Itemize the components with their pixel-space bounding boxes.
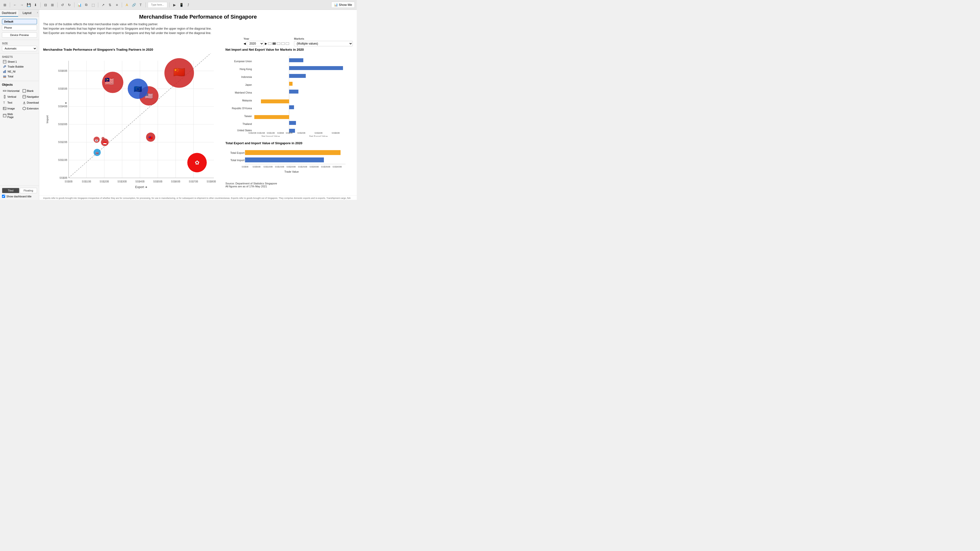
show-title-checkbox[interactable] xyxy=(2,195,5,198)
floating-btn[interactable]: Floating xyxy=(20,188,37,193)
download-icon[interactable]: ⬇ xyxy=(33,2,38,8)
svg-text:Import: Import xyxy=(46,115,49,123)
home-icon[interactable]: ⊞ xyxy=(2,2,8,8)
device-preview-btn[interactable]: Device Preview xyxy=(2,32,37,38)
year-select[interactable]: 2020 xyxy=(247,41,264,46)
annotate-icon[interactable]: T xyxy=(138,2,143,8)
device-section: Default Phone Device Preview xyxy=(0,17,39,40)
sheet-item-sheet1[interactable]: Sheet 1 xyxy=(2,59,37,64)
sheet1-icon xyxy=(3,60,6,64)
svg-text:🇰🇷: 🇰🇷 xyxy=(95,139,98,142)
svg-text:United States: United States xyxy=(237,129,252,132)
tab-dashboard[interactable]: Dashboard xyxy=(0,10,18,17)
forward-icon[interactable]: → xyxy=(19,2,25,8)
disclaimer-text: Imports refer to goods brought into Sing… xyxy=(43,197,353,200)
svg-text:SS$250B: SS$250B xyxy=(298,165,307,168)
svg-text:🇲🇾: 🇲🇾 xyxy=(105,77,114,86)
swap-icon[interactable]: ⇅ xyxy=(107,2,113,8)
show-title-row[interactable]: Show dashboard title xyxy=(2,195,37,198)
show-me-label: Show Me xyxy=(339,3,352,6)
presentation-icon[interactable]: ▶ xyxy=(172,2,177,8)
sort-icon[interactable]: ≡ xyxy=(114,2,120,8)
redo-icon[interactable]: ↻ xyxy=(67,2,72,8)
svg-text:Total Import: Total Import xyxy=(231,159,245,162)
svg-text:SS$0B: SS$0B xyxy=(65,180,73,183)
svg-text:SS$60B: SS$60B xyxy=(58,70,67,72)
layout-icon[interactable]: ⊟ xyxy=(43,2,49,8)
year-slider-icon-2[interactable] xyxy=(272,42,276,45)
separator-8 xyxy=(169,2,170,7)
svg-rect-7 xyxy=(3,76,6,77)
grid-icon[interactable]: ⊞ xyxy=(49,2,56,8)
nie-svg: European Union Hong Kong Indonesia Japan… xyxy=(225,53,350,137)
svg-text:SS$70B: SS$70B xyxy=(189,180,198,183)
year-slider-icon-3[interactable] xyxy=(277,42,280,45)
chart-type-icon[interactable]: 📊 xyxy=(76,2,82,8)
object-horizontal-label: Horizontal xyxy=(7,89,20,92)
tiled-btn[interactable]: Tiled xyxy=(2,188,19,193)
device-icon[interactable]: 📱 xyxy=(178,2,184,8)
markets-label: Markets xyxy=(294,37,353,40)
desc-line-1: The size of the bubble reflects the tota… xyxy=(43,22,353,27)
object-webpage-label: Web Page xyxy=(7,113,20,119)
markets-select[interactable]: (Multiple values) xyxy=(294,41,353,46)
show-me-button[interactable]: 📊 Show Me xyxy=(331,2,355,8)
year-slider-icon-4[interactable] xyxy=(281,42,285,45)
object-blank[interactable]: Blank xyxy=(22,88,39,93)
svg-rect-0 xyxy=(3,60,6,63)
object-webpage[interactable]: Web Page xyxy=(2,112,21,119)
svg-text:SS$20B: SS$20B xyxy=(297,132,305,134)
text-field-icon[interactable]: Type here... xyxy=(148,2,167,8)
year-slider-icon-5[interactable] xyxy=(286,42,289,45)
save-icon[interactable]: 💾 xyxy=(26,2,32,8)
svg-text:🇮🇩: 🇮🇩 xyxy=(103,141,107,145)
svg-text:SS$40B: SS$40B xyxy=(58,105,67,108)
arrow-icon[interactable]: ↗ xyxy=(100,2,106,8)
collapse-sidebar[interactable]: › xyxy=(36,10,39,17)
source-area: Source: Department of Statistics Singapo… xyxy=(225,181,353,189)
object-extension[interactable]: Extension xyxy=(22,106,39,111)
trade-bubble-label: Trade Bubble xyxy=(8,65,24,68)
object-image[interactable]: Image xyxy=(2,106,21,111)
sheet-item-trade-bubble[interactable]: Trade Bubble xyxy=(2,64,37,69)
scatter-chart-container: Merchandise Trade Performance of Singapo… xyxy=(43,48,221,195)
right-charts: Net Import and Net Export Value for Mark… xyxy=(225,48,353,195)
svg-text:SS$5B: SS$5B xyxy=(277,132,284,134)
svg-text:T: T xyxy=(3,101,5,104)
year-slider-icon-1[interactable] xyxy=(268,42,272,45)
undo-icon[interactable]: ↺ xyxy=(59,2,65,8)
svg-text:SS$0B: SS$0B xyxy=(242,165,248,168)
device-phone-btn[interactable]: Phone xyxy=(2,25,37,30)
size-select[interactable]: Automatic xyxy=(2,46,37,51)
separator-4 xyxy=(74,2,75,7)
object-vertical[interactable]: Vertical xyxy=(2,94,21,99)
separator-6 xyxy=(122,2,122,7)
duplicate-icon[interactable]: ⧉ xyxy=(83,2,89,8)
webpage-icon xyxy=(3,114,6,117)
ne-ni-label: NE_NI xyxy=(8,70,16,73)
year-back-arrow[interactable]: ◀ xyxy=(243,42,246,45)
sheet-item-ne-ni[interactable]: NE_NI xyxy=(2,69,37,74)
tab-layout[interactable]: Layout xyxy=(18,10,36,17)
share-icon[interactable]: ⤴ xyxy=(185,2,191,8)
main-layout: Dashboard Layout › Default Phone Device … xyxy=(0,10,357,200)
navigation-icon xyxy=(22,95,26,98)
device-default-btn[interactable]: Default xyxy=(2,19,37,24)
svg-text:SS$10B: SS$10B xyxy=(58,159,67,161)
year-forward-arrow[interactable]: ▶ xyxy=(265,42,267,45)
object-horizontal[interactable]: Horizontal xyxy=(2,88,21,93)
select-icon[interactable]: ⬚ xyxy=(90,2,96,8)
link-icon[interactable]: 🔗 xyxy=(131,2,137,8)
back-icon[interactable]: ← xyxy=(12,2,18,8)
object-navigation[interactable]: Navigation xyxy=(22,94,39,99)
nie-chart-title: Net Import and Net Export Value for Mark… xyxy=(225,48,353,51)
image-icon xyxy=(3,107,6,110)
svg-text:SS$50B: SS$50B xyxy=(58,87,67,90)
object-download[interactable]: Download xyxy=(22,100,39,105)
svg-rect-9 xyxy=(3,91,6,91)
object-text[interactable]: T Text xyxy=(2,100,21,105)
bar-korea-export xyxy=(289,105,294,109)
color-icon[interactable]: A xyxy=(124,2,130,8)
sheet-item-total[interactable]: Total xyxy=(2,74,37,79)
year-control-group: Year ◀ 2020 ▶ xyxy=(243,37,289,46)
